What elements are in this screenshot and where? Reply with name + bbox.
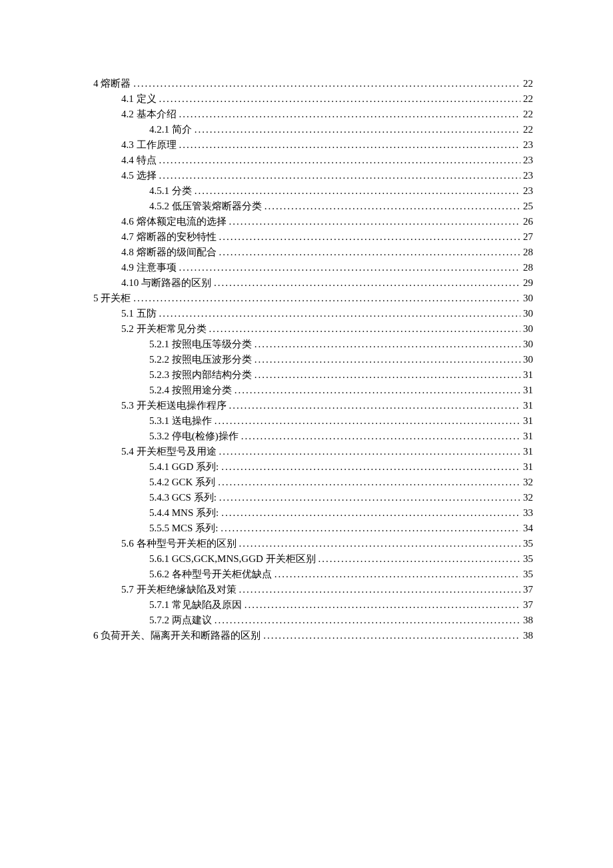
toc-entry: 4.7 熔断器的安秒特性27 — [93, 232, 533, 242]
toc-leader-dots — [221, 508, 520, 518]
toc-entry-page: 27 — [520, 232, 533, 242]
toc-entry-label: 4.5.1 分类 — [149, 186, 195, 196]
toc-entry-label: 4.4 特点 — [121, 155, 159, 165]
toc-entry-label: 4.2.1 简介 — [149, 125, 195, 135]
toc-entry: 5.4.1 GGD 系列:31 — [93, 462, 533, 472]
toc-entry-label: 4.3 工作原理 — [121, 140, 179, 150]
toc-entry-label: 5.4.2 GCK 系列 — [149, 477, 218, 487]
toc-entry-page: 35 — [520, 554, 533, 564]
toc-entry-label: 5.6.1 GCS,GCK,MNS,GGD 开关柜区别 — [149, 554, 318, 564]
toc-entry-label: 4.5 选择 — [121, 171, 159, 181]
toc-entry-label: 5.2.3 按照内部结构分类 — [149, 370, 255, 380]
toc-entry: 5.1 五防30 — [93, 309, 533, 319]
toc-entry: 5.3 开关柜送电操作程序31 — [93, 401, 533, 411]
toc-entry: 6 负荷开关、隔离开关和断路器的区别38 — [93, 631, 533, 641]
toc-entry-page: 38 — [520, 615, 533, 625]
toc-leader-dots — [263, 631, 520, 641]
toc-entry-page: 32 — [520, 493, 533, 503]
toc-entry-page: 34 — [520, 523, 533, 533]
toc-entry-label: 5.4.1 GGD 系列: — [149, 462, 221, 472]
toc-entry-page: 23 — [520, 155, 533, 165]
toc-entry-label: 5.3.2 停电(检修)操作 — [149, 431, 241, 441]
toc-entry-label: 5.6.2 各种型号开关柜优缺点 — [149, 569, 275, 579]
toc-entry-label: 5.3 开关柜送电操作程序 — [121, 401, 229, 411]
toc-leader-dots — [215, 416, 520, 426]
toc-entry-page: 28 — [520, 263, 533, 273]
toc-entry: 4.10 与断路器的区别29 — [93, 278, 533, 288]
toc-leader-dots — [229, 401, 521, 411]
toc-leader-dots — [214, 278, 520, 288]
toc-entry: 4.2.1 简介22 — [93, 125, 533, 135]
toc-entry: 5.4.3 GCS 系列:32 — [93, 493, 533, 503]
toc-entry-label: 4.7 熔断器的安秒特性 — [121, 232, 219, 242]
toc-entry: 4.6 熔体额定电流的选择26 — [93, 217, 533, 227]
toc-entry: 4.5.1 分类23 — [93, 186, 533, 196]
toc-entry-page: 37 — [520, 585, 533, 595]
toc-leader-dots — [219, 247, 521, 257]
toc-entry: 5 开关柜30 — [93, 293, 533, 303]
toc-entry-label: 4.6 熔体额定电流的选择 — [121, 217, 229, 227]
toc-leader-dots — [318, 554, 520, 564]
toc-entry-page: 31 — [520, 370, 533, 380]
toc-leader-dots — [159, 171, 521, 181]
toc-entry-page: 38 — [520, 631, 533, 641]
toc-entry-label: 5.6 各种型号开关柜的区别 — [121, 539, 239, 549]
toc-leader-dots — [215, 615, 520, 625]
toc-entry-label: 5.2.2 按照电压波形分类 — [149, 355, 255, 365]
toc-entry: 4.5 选择23 — [93, 171, 533, 181]
toc-entry: 5.6.2 各种型号开关柜优缺点35 — [93, 569, 533, 579]
toc-entry-label: 6 负荷开关、隔离开关和断路器的区别 — [93, 631, 263, 641]
toc-entry-label: 5.2 开关柜常见分类 — [121, 324, 209, 334]
toc-leader-dots — [265, 201, 520, 211]
toc-entry-label: 4 熔断器 — [93, 79, 133, 89]
toc-entry-page: 31 — [520, 447, 533, 457]
toc-entry: 5.7 开关柜绝缘缺陷及对策37 — [93, 585, 533, 595]
toc-entry-page: 30 — [520, 309, 533, 319]
toc-entry-page: 22 — [520, 109, 533, 119]
toc-leader-dots — [275, 569, 520, 579]
toc-leader-dots — [221, 523, 520, 533]
toc-entry: 4.2 基本介绍22 — [93, 109, 533, 119]
toc-entry-page: 30 — [520, 293, 533, 303]
toc-entry-label: 5.7 开关柜绝缘缺陷及对策 — [121, 585, 239, 595]
toc-entry-page: 35 — [520, 569, 533, 579]
toc-entry-page: 31 — [520, 431, 533, 441]
toc-entry: 4.8 熔断器的级间配合28 — [93, 247, 533, 257]
toc-entry-page: 22 — [520, 125, 533, 135]
toc-entry-page: 28 — [520, 247, 533, 257]
toc-leader-dots — [255, 370, 520, 380]
toc-leader-dots — [245, 600, 520, 610]
toc-leader-dots — [219, 232, 521, 242]
toc-leader-dots — [159, 309, 521, 319]
toc-entry: 5.2.4 按照用途分类31 — [93, 385, 533, 395]
toc-leader-dots — [209, 324, 521, 334]
toc-leader-dots — [218, 477, 520, 487]
toc-entry-page: 31 — [520, 401, 533, 411]
toc-entry: 4.4 特点23 — [93, 155, 533, 165]
toc-leader-dots — [179, 140, 521, 150]
toc-entry-page: 30 — [520, 355, 533, 365]
toc-entry: 5.2.2 按照电压波形分类30 — [93, 355, 533, 365]
toc-entry-label: 4.5.2 低压管装熔断器分类 — [149, 201, 265, 211]
toc-leader-dots — [235, 385, 520, 395]
toc-entry-label: 5.3.1 送电操作 — [149, 416, 215, 426]
toc-entry-page: 29 — [520, 278, 533, 288]
toc-entry: 5.3.2 停电(检修)操作31 — [93, 431, 533, 441]
toc-entry-label: 4.9 注意事项 — [121, 263, 179, 273]
toc-entry-label: 5.5.5 MCS 系列: — [149, 523, 221, 533]
toc-entry: 5.4.2 GCK 系列32 — [93, 477, 533, 487]
toc-entry-page: 23 — [520, 171, 533, 181]
toc-leader-dots — [195, 125, 520, 135]
toc-leader-dots — [229, 217, 521, 227]
toc-entry: 5.4.4 MNS 系列:33 — [93, 508, 533, 518]
toc-entry-page: 25 — [520, 201, 533, 211]
toc-leader-dots — [219, 493, 520, 503]
toc-entry-label: 4.8 熔断器的级间配合 — [121, 247, 219, 257]
toc-leader-dots — [179, 109, 521, 119]
toc-entry: 5.2.1 按照电压等级分类30 — [93, 339, 533, 349]
toc-entry: 5.3.1 送电操作31 — [93, 416, 533, 426]
toc-entry-page: 35 — [520, 539, 533, 549]
document-page: 4 熔断器224.1 定义224.2 基本介绍224.2.1 简介224.3 工… — [0, 0, 613, 868]
toc-entry-label: 4.10 与断路器的区别 — [121, 278, 214, 288]
toc-leader-dots — [255, 355, 520, 365]
